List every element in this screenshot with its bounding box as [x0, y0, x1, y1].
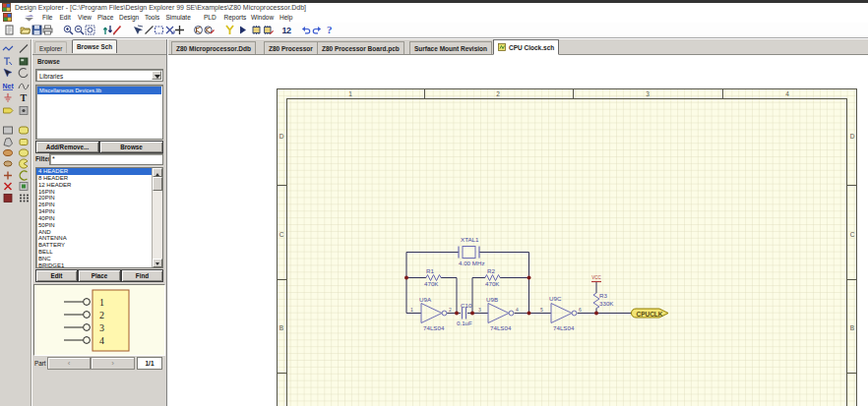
component-item[interactable]: 20PIN [36, 195, 154, 202]
component-item[interactable]: 26PIN [36, 202, 154, 208]
net-label-icon[interactable]: Net [2, 81, 14, 91]
grid-dots-icon[interactable] [18, 193, 30, 203]
port-icon[interactable] [2, 105, 14, 116]
scroll-down-icon[interactable] [153, 259, 162, 267]
annotate-icon[interactable]: 12 [281, 25, 292, 35]
window-menu-icon[interactable] [24, 14, 34, 22]
print-icon[interactable] [42, 25, 53, 35]
round-rect-small-icon[interactable] [18, 137, 30, 147]
component-item[interactable]: 12 HEADER [36, 182, 154, 189]
document-icon[interactable] [3, 13, 12, 22]
filter-input[interactable]: * [49, 153, 163, 165]
move-cross-icon[interactable] [174, 25, 185, 35]
arc-icon[interactable] [18, 68, 30, 79]
selection-rect-icon[interactable] [154, 25, 164, 35]
doc-tab-z80-processor-board[interactable]: Z80 Processor Board.pcb [317, 41, 404, 54]
component-item[interactable]: ANTENNA [36, 235, 154, 242]
menu-item-window[interactable]: Window [251, 13, 274, 23]
run-simulation-icon[interactable] [237, 25, 248, 35]
round-rectangle-icon[interactable] [18, 125, 30, 136]
text-icon[interactable]: T [18, 92, 30, 103]
component-item[interactable]: AND [36, 229, 154, 236]
browse-mode-select[interactable]: Libraries [35, 69, 163, 82]
arc-tool-icon[interactable] [18, 170, 30, 181]
library-list-item[interactable]: Miscellaneous Devices.lib [37, 87, 161, 94]
component-list[interactable]: 4 HEADER 8 HEADER 12 HEADER 16PIN 20PIN … [35, 167, 163, 268]
component-list-scrollbar[interactable] [152, 168, 162, 267]
menu-item-edit[interactable]: Edit [60, 13, 71, 23]
scroll-up-icon[interactable] [153, 168, 162, 177]
zoom-in-icon[interactable] [63, 25, 74, 35]
chevron-down-icon[interactable] [152, 71, 161, 80]
open-folder-icon[interactable] [20, 25, 31, 35]
next-part-button[interactable]: › [91, 357, 135, 370]
part-body-icon[interactable] [2, 193, 14, 203]
menu-item-file[interactable]: File [42, 13, 52, 23]
menu-item-pld[interactable]: PLD [204, 13, 217, 23]
add-remove-button[interactable]: Add/Remove... [35, 141, 99, 153]
component-item[interactable]: 16PIN [36, 189, 154, 196]
doc-tab-z80-processor[interactable]: Z80 Processor [264, 41, 318, 54]
component-item[interactable]: 40PIN [36, 215, 154, 222]
save-icon[interactable] [31, 25, 42, 35]
component-item[interactable]: BNC [36, 256, 154, 262]
cursor-icon[interactable] [2, 68, 14, 79]
menu-item-help[interactable]: Help [279, 13, 292, 23]
ellipse-red-icon[interactable] [2, 147, 14, 158]
menu-item-reports[interactable]: Reports [224, 13, 247, 23]
wire-icon[interactable] [2, 43, 14, 54]
chip-icon[interactable] [251, 25, 262, 35]
bus-entry-icon[interactable] [2, 56, 14, 67]
component-item[interactable]: BRIDGE1 [36, 262, 154, 268]
library-list[interactable]: Miscellaneous Devices.lib [35, 85, 163, 140]
menu-item-place[interactable]: Place [97, 13, 113, 23]
component-item[interactable]: 50PIN [36, 222, 154, 229]
chip-edit-icon[interactable] [263, 25, 274, 35]
paste-array-icon[interactable] [18, 181, 30, 192]
doc-tab-cpu-clock[interactable]: CPU Clock.sch [493, 39, 559, 55]
zoom-out-icon[interactable] [74, 25, 85, 35]
component-item-selected[interactable]: 4 HEADER [36, 168, 154, 175]
edit-button[interactable]: Edit [35, 269, 78, 282]
power-port-icon[interactable] [2, 92, 14, 103]
component-item[interactable]: 8 HEADER [36, 175, 154, 182]
polygon-icon[interactable] [2, 137, 14, 147]
find-button[interactable]: Find [121, 269, 163, 282]
browse-button[interactable]: Browse [99, 141, 163, 153]
probe-icon[interactable] [224, 25, 235, 35]
schematic-canvas[interactable]: 1 2 3 4 D C B D C B [168, 55, 868, 406]
cross-icon[interactable] [2, 170, 14, 181]
component-item[interactable]: 34PIN [36, 208, 154, 215]
clipboard-icon[interactable] [4, 25, 15, 35]
port-cpuclk[interactable]: CPUCLK [632, 309, 669, 318]
transistor-edit-icon[interactable] [204, 25, 215, 35]
sheet-symbol-icon[interactable] [18, 56, 30, 67]
doc-tab-surface-mount-revision[interactable]: Surface Mount Revision [409, 41, 492, 54]
menu-item-view[interactable]: View [78, 13, 92, 23]
help-icon[interactable]: ? [325, 25, 336, 35]
pie-icon[interactable] [18, 158, 30, 169]
place-button[interactable]: Place [78, 269, 121, 282]
spline-icon[interactable] [18, 81, 30, 91]
zoom-area-icon[interactable] [85, 25, 95, 35]
wire-cursor-icon[interactable] [133, 25, 144, 35]
title-bar[interactable]: Design Explorer - [C:\Program Files\Desi… [0, 3, 868, 13]
menu-item-design[interactable]: Design [119, 13, 139, 23]
transistor-icon[interactable] [193, 25, 204, 35]
doc-tab-z80-microprocessor[interactable]: Z80 Microprocessor.Ddb [171, 41, 256, 54]
ellipse-icon[interactable] [18, 147, 30, 158]
edit-pen-icon[interactable] [112, 25, 123, 35]
tab-explorer[interactable]: Explorer [34, 41, 67, 53]
tab-browse-sch[interactable]: Browse Sch [72, 39, 117, 53]
line-icon[interactable] [18, 43, 30, 54]
component-item[interactable]: BELL [36, 249, 154, 256]
oval-icon[interactable] [2, 158, 14, 169]
junction-icon[interactable] [18, 105, 30, 116]
redo-icon[interactable] [312, 25, 323, 35]
rectangle-icon[interactable] [2, 125, 14, 136]
previous-part-button[interactable]: ‹ [47, 357, 91, 370]
menu-item-tools[interactable]: Tools [145, 13, 159, 23]
component-item[interactable]: BATTERY [36, 242, 154, 249]
scrollbar-thumb[interactable] [153, 177, 162, 191]
undo-icon[interactable] [300, 25, 311, 35]
